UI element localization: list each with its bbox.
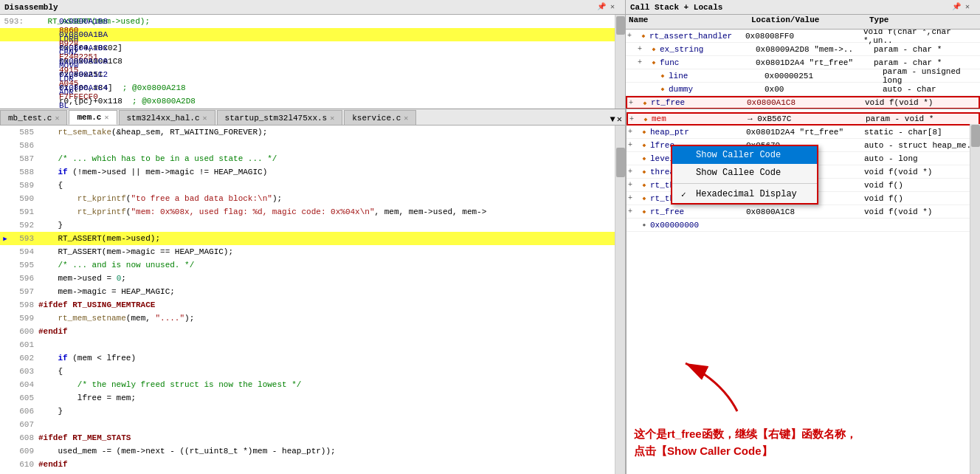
pin-icon[interactable]: 📌 xyxy=(597,2,607,13)
diamond-icon: ◆ xyxy=(638,168,650,175)
code-content[interactable]: 585 rt_sem_take(&heap_sem, RT_WAITING_FO… xyxy=(0,126,625,474)
code-line: 587 /* ... which has to be in a used sta… xyxy=(0,152,625,165)
ctx-hex-display[interactable]: ✓ Hexadecimal Display xyxy=(672,185,817,203)
callstack-columns: Name Location/Value Type xyxy=(626,15,980,30)
code-line: 596 mem->used = 0; xyxy=(0,272,625,285)
disassembly-pane: Disassembly 📌 ✕ 593: RT_ASSERT(mem->used… xyxy=(0,0,626,109)
cs-bottom-row-rt-free2[interactable]: + ◆ rt_free 0x0800A1C8 void f(void *) xyxy=(627,205,980,219)
context-menu[interactable]: Show Caller Code Show Callee Code ✓ Hexa… xyxy=(671,145,818,205)
code-area: mb_test.c ✕ mem.c ✕ stm32l4xx_hal.c ✕ st… xyxy=(0,109,626,474)
pin-icon2[interactable]: 📌 xyxy=(952,2,962,13)
code-line: 609 used_mem -= (mem->next - ((rt_uint8_… xyxy=(0,444,625,458)
code-line: 603 { xyxy=(0,365,625,378)
cs-bottom-row-zero[interactable]: ● 0x00000000 xyxy=(627,219,980,232)
code-line: 610 #endif xyxy=(0,458,625,471)
tab-stm32[interactable]: stm32l4xx_hal.c ✕ xyxy=(119,110,215,125)
diamond-icon: ◆ xyxy=(657,72,669,79)
diamond-icon: ◆ xyxy=(638,142,650,148)
disassembly-header-icons: 📌 ✕ xyxy=(597,2,621,13)
ctx-hex-label: Hexadecimal Display xyxy=(696,189,797,199)
dot-icon: ● xyxy=(638,221,650,228)
disassembly-content: 593: RT_ASSERT(mem->used); 0x0800A1B8 88… xyxy=(0,15,625,109)
disassembly-header: Disassembly 📌 ✕ xyxy=(0,0,625,15)
code-line: 601 xyxy=(0,338,625,351)
code-line: 591 rt_kprintf("mem: 0x%08x, used flag: … xyxy=(0,205,625,219)
code-line: 599 rt_mem_setname(mem, "...."); xyxy=(0,312,625,325)
code-line: 586 xyxy=(0,139,625,152)
close-icon[interactable]: ✕ xyxy=(610,2,621,13)
code-line: 585 rt_sem_take(&heap_sem, RT_WAITING_FO… xyxy=(0,126,625,139)
tab-mb-test[interactable]: mb_test.c ✕ xyxy=(0,110,67,125)
callstack-bottom-panel: Show Caller Code Show Callee Code ✓ Hexa… xyxy=(626,109,980,474)
close-icon2[interactable]: ✕ xyxy=(965,2,976,13)
code-line: 598 #ifdef RT_USING_MEMTRACE xyxy=(0,298,625,312)
code-line: 604 /* the newly freed struct is now the… xyxy=(0,378,625,391)
tab-startup[interactable]: startup_stm32l475xx.s ✕ xyxy=(217,110,343,125)
code-line: 607 xyxy=(0,418,625,431)
callstack-header: Call Stack + Locals 📌 ✕ xyxy=(626,0,980,15)
bottom-panel: mb_test.c ✕ mem.c ✕ stm32l4xx_hal.c ✕ st… xyxy=(0,109,980,474)
tab-close-mem[interactable]: ✕ xyxy=(104,113,108,122)
code-line: 589 { xyxy=(0,179,625,192)
code-line: 606 } xyxy=(0,405,625,418)
code-line: 597 mem->magic = HEAP_MAGIC; xyxy=(0,285,625,298)
diamond-icon: ◆ xyxy=(638,195,650,202)
callstack-scrollbar[interactable] xyxy=(970,124,980,474)
code-line-current: ▶ 593 RT_ASSERT(mem->used); xyxy=(0,232,625,245)
cs-bottom-row-mem[interactable]: + ◆ mem → 0xB567C param - void * xyxy=(627,112,980,126)
diamond-icon: ◆ xyxy=(648,46,660,52)
ctx-show-callee-label: Show Callee Code xyxy=(696,168,781,178)
diamond-icon: ◆ xyxy=(638,155,650,162)
ctx-show-caller-label: Show Caller Code xyxy=(696,150,781,160)
diamond-icon: ◆ xyxy=(639,100,651,106)
top-panel: Disassembly 📌 ✕ 593: RT_ASSERT(mem->used… xyxy=(0,0,980,109)
tab-kservice[interactable]: kservice.c ✕ xyxy=(344,110,416,125)
disassembly-title: Disassembly xyxy=(4,3,58,12)
code-line: 600 #endif xyxy=(0,325,625,338)
ctx-show-callee-code[interactable]: Show Callee Code xyxy=(672,164,817,182)
cs-row-line[interactable]: ◆ line 0x00000251 param - unsigned long xyxy=(626,69,980,83)
tabs-scroll-icon[interactable]: ▼ xyxy=(610,114,615,125)
code-line: 595 /* ... and is now unused. */ xyxy=(0,258,625,272)
callstack-body: + ◆ rt_assert_handler 0x08008FF0 void f(… xyxy=(626,30,980,109)
diamond-icon: ◆ xyxy=(638,128,650,135)
code-line: 588 if (!mem->used || mem->magic != HEAP… xyxy=(0,165,625,179)
tab-mem[interactable]: mem.c ✕ xyxy=(69,110,117,125)
cs-row-dummy[interactable]: ◆ dummy 0x00 auto - char xyxy=(626,83,980,96)
code-line: 605 lfree = mem; xyxy=(0,391,625,405)
tabs-close-all-icon[interactable]: ✕ xyxy=(617,114,622,125)
col-name-header: Name xyxy=(626,16,751,28)
disasm-scrollbar[interactable] xyxy=(615,15,625,109)
ctx-show-caller-code[interactable]: Show Caller Code xyxy=(672,146,817,164)
diamond-icon: ◆ xyxy=(640,116,652,123)
cs-row-ex-string[interactable]: + ◆ ex_string 0x08009A2D8 "mem->.. param… xyxy=(626,43,980,56)
code-line: 590 rt_kprintf("to free a bad data block… xyxy=(0,192,625,205)
cs-row-rt-free[interactable]: + ◆ rt_free 0x0800A1C8 void f(void *) xyxy=(626,96,980,109)
code-line: 611 xyxy=(0,471,625,474)
code-line: 608 #ifdef RT_MEM_STATS xyxy=(0,431,625,444)
code-line: 602 if (mem < lfree) xyxy=(0,351,625,365)
callstack-title: Call Stack + Locals xyxy=(630,3,722,12)
cs-row-rt-assert-handler[interactable]: + ◆ rt_assert_handler 0x08008FF0 void f(… xyxy=(626,30,980,43)
diamond-icon: ◆ xyxy=(648,59,660,66)
cs-bottom-row-heap-ptr[interactable]: + ◆ heap_ptr 0x0801D2A4 "rt_free" static… xyxy=(627,126,980,139)
tabs-bar: mb_test.c ✕ mem.c ✕ stm32l4xx_hal.c ✕ st… xyxy=(0,109,625,126)
tab-close-mb-test[interactable]: ✕ xyxy=(55,114,59,123)
tab-close-kservice[interactable]: ✕ xyxy=(404,114,408,123)
col-locval-header: Location/Value xyxy=(751,16,869,28)
disasm-row: 0x0800A1C4 F7FFECF0 BL rt_assert_handler… xyxy=(0,95,625,108)
diamond-icon: ◆ xyxy=(638,182,650,188)
tab-close-stm32[interactable]: ✕ xyxy=(203,114,207,123)
code-line: 594 RT_ASSERT(mem->magic == HEAP_MAGIC); xyxy=(0,245,625,258)
code-scrollbar[interactable] xyxy=(615,126,625,474)
callstack-top-pane: Call Stack + Locals 📌 ✕ Name Location/Va… xyxy=(626,0,980,109)
diamond-icon: ◆ xyxy=(657,86,669,92)
diamond-icon: ◆ xyxy=(638,208,650,215)
col-type-header: Type xyxy=(869,16,980,28)
diamond-icon: ◆ xyxy=(638,32,649,39)
ctx-separator xyxy=(672,183,817,184)
code-line: 592 } xyxy=(0,219,625,232)
tab-close-startup[interactable]: ✕ xyxy=(330,114,334,123)
